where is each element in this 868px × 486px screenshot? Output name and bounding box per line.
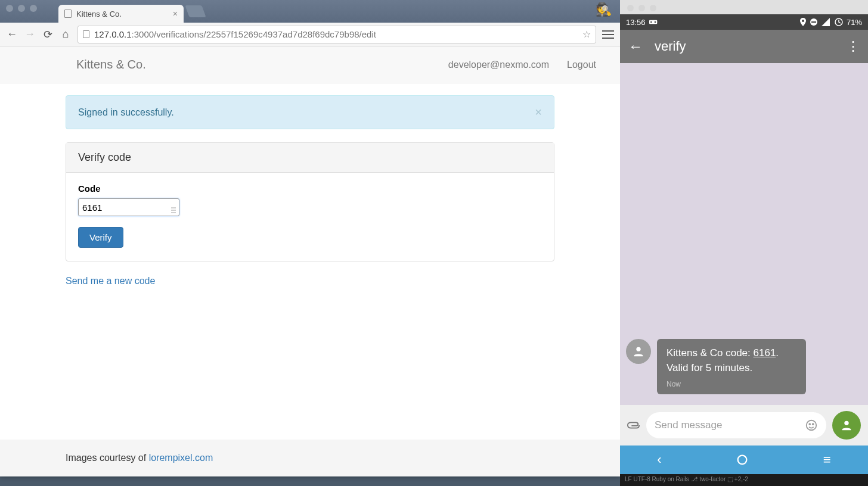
svg-point-10 bbox=[813, 423, 814, 425]
browser-tab[interactable]: Kittens & Co. × bbox=[58, 5, 184, 23]
menu-icon[interactable] bbox=[602, 30, 614, 39]
android-status-bar: 13:56 71% bbox=[620, 14, 868, 30]
dnd-icon bbox=[810, 18, 818, 26]
location-icon bbox=[800, 18, 806, 26]
clock-icon bbox=[835, 18, 843, 26]
close-icon[interactable]: × bbox=[173, 9, 178, 18]
notification-icon bbox=[649, 18, 659, 26]
signal-icon bbox=[822, 18, 831, 26]
attach-icon[interactable] bbox=[627, 420, 640, 431]
new-tab-button[interactable] bbox=[185, 5, 206, 17]
android-nav-bar: ‹ ≡ bbox=[620, 446, 868, 474]
compose-placeholder: Send message bbox=[655, 419, 722, 431]
url-host: 127.0.0.1 bbox=[94, 29, 132, 39]
emoji-icon[interactable] bbox=[805, 419, 818, 432]
forward-button[interactable]: → bbox=[24, 28, 36, 40]
send-fab[interactable] bbox=[832, 411, 861, 440]
url-path: /verifications/22557f15269c4937ad7d28f69… bbox=[154, 29, 376, 39]
browser-window: Kittens & Co. × 🕵 ← → ⟳ ⌂ 127.0.0.1:3000… bbox=[0, 0, 620, 476]
verify-panel: Verify code Code Verify bbox=[66, 142, 554, 261]
avatar-icon[interactable] bbox=[626, 339, 651, 364]
conversation-title: verify bbox=[655, 39, 686, 54]
phone-window: 13:56 71% bbox=[620, 0, 868, 486]
page-icon bbox=[83, 30, 89, 38]
svg-point-7 bbox=[636, 347, 640, 351]
nav-back-icon[interactable]: ‹ bbox=[657, 452, 661, 468]
tab-strip: Kittens & Co. × 🕵 bbox=[0, 0, 620, 23]
home-button[interactable]: ⌂ bbox=[60, 28, 72, 40]
message-row: Kittens & Co code: 6161. Valid for 5 min… bbox=[626, 339, 862, 394]
compose-input[interactable]: Send message bbox=[646, 412, 826, 438]
code-input[interactable] bbox=[78, 198, 179, 216]
battery-text: 71% bbox=[847, 18, 862, 27]
document-icon bbox=[64, 10, 72, 18]
footer-link[interactable]: lorempixel.com bbox=[149, 453, 213, 463]
sms-bubble[interactable]: Kittens & Co code: 6161. Valid for 5 min… bbox=[657, 339, 806, 394]
sms-text-suffix: . bbox=[776, 347, 779, 359]
footer-text: Images courtesy of bbox=[66, 453, 149, 463]
sms-line2: Valid for 5 minutes. bbox=[666, 362, 752, 373]
page-content: Kittens & Co. developer@nexmo.com Logout… bbox=[0, 46, 620, 476]
window-traffic-lights[interactable] bbox=[6, 5, 37, 12]
compose-bar: Send message bbox=[620, 405, 868, 446]
svg-point-12 bbox=[738, 456, 747, 465]
page-footer: Images courtesy of lorempixel.com bbox=[0, 440, 620, 476]
svg-point-11 bbox=[844, 421, 848, 425]
sms-timestamp: Now bbox=[666, 379, 796, 390]
svg-point-9 bbox=[809, 423, 810, 425]
svg-point-8 bbox=[807, 420, 817, 431]
back-button[interactable]: ← bbox=[6, 28, 18, 40]
app-navbar: Kittens & Co. developer@nexmo.com Logout bbox=[0, 46, 620, 83]
back-icon[interactable]: ← bbox=[628, 38, 643, 55]
panel-heading: Verify code bbox=[66, 143, 554, 173]
url-bar[interactable]: 127.0.0.1:3000/verifications/22557f15269… bbox=[78, 26, 596, 43]
url-port: :3000 bbox=[132, 29, 154, 39]
verify-button[interactable]: Verify bbox=[78, 227, 123, 248]
svg-point-2 bbox=[654, 21, 656, 23]
incognito-icon: 🕵 bbox=[596, 2, 612, 17]
sms-text-prefix: Kittens & Co code: bbox=[666, 347, 754, 359]
ide-status-strip: LF UTF-8 Ruby on Rails ⎇ two-factor ⬚ +2… bbox=[620, 474, 868, 486]
code-label: Code bbox=[78, 183, 542, 194]
flash-alert: Signed in successfully. × bbox=[66, 95, 554, 129]
alert-message: Signed in successfully. bbox=[78, 107, 174, 118]
brand[interactable]: Kittens & Co. bbox=[76, 58, 146, 71]
bookmark-icon[interactable]: ☆ bbox=[582, 29, 591, 40]
emulator-traffic-lights[interactable] bbox=[627, 5, 656, 11]
svg-point-1 bbox=[650, 21, 652, 23]
user-email-link[interactable]: developer@nexmo.com bbox=[448, 60, 549, 70]
tab-title: Kittens & Co. bbox=[76, 10, 122, 18]
sms-app-bar: ← verify ⋮ bbox=[620, 30, 868, 63]
message-list[interactable]: Kittens & Co code: 6161. Valid for 5 min… bbox=[620, 63, 868, 405]
more-icon[interactable]: ⋮ bbox=[847, 39, 860, 54]
close-icon[interactable]: × bbox=[535, 105, 542, 119]
resend-code-link[interactable]: Send me a new code bbox=[66, 276, 155, 286]
svg-point-3 bbox=[802, 20, 804, 22]
browser-toolbar: ← → ⟳ ⌂ 127.0.0.1:3000/verifications/225… bbox=[0, 23, 620, 46]
svg-rect-5 bbox=[811, 21, 816, 23]
nav-menu-icon[interactable]: ≡ bbox=[823, 452, 831, 468]
status-time: 13:56 bbox=[626, 18, 646, 27]
sms-code: 6161 bbox=[754, 347, 776, 359]
logout-link[interactable]: Logout bbox=[567, 60, 596, 70]
nav-home-icon[interactable] bbox=[736, 453, 749, 466]
reload-button[interactable]: ⟳ bbox=[42, 28, 54, 41]
